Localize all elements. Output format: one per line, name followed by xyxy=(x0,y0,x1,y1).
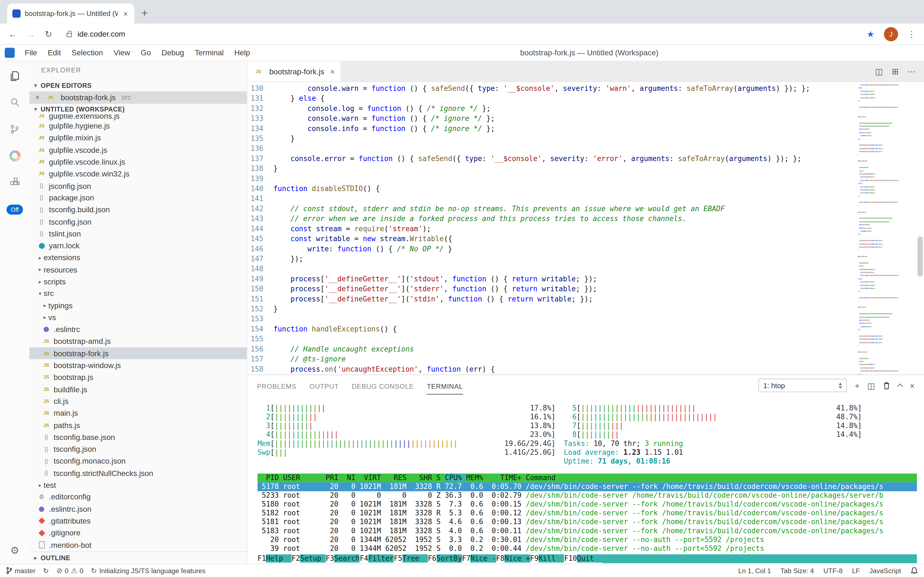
tree-item[interactable]: {}tsconfig.json xyxy=(29,216,247,228)
outline-header[interactable]: ▸ OUTLINE xyxy=(29,551,247,564)
menu-item-view[interactable]: View xyxy=(108,48,135,57)
code-line[interactable]: 146 write: function () { /* No OP */ } xyxy=(247,244,924,254)
tree-item[interactable]: JSbuildfile.js xyxy=(29,383,247,395)
cursor-position[interactable]: Ln 1, Col 1 xyxy=(738,567,771,574)
open-editors-header[interactable]: ▾ OPEN EDITORS xyxy=(29,79,247,91)
code-line[interactable]: 149 process['__defineGetter__']('stdout'… xyxy=(247,274,924,284)
tree-item[interactable]: JSgulpfile.extensions.js xyxy=(29,114,247,120)
code-line[interactable]: 143 // error when we are inside a forked… xyxy=(247,214,924,224)
off-toggle[interactable]: Off xyxy=(6,205,22,214)
search-icon[interactable] xyxy=(8,96,21,109)
process-row[interactable]: 39 root 20 0 1344M 62052 1952 S 0.0 0.2 … xyxy=(257,544,917,553)
tree-item[interactable]: ⚙.editorconfig xyxy=(29,491,247,503)
code-line[interactable]: 158 process.on('uncaughtException', func… xyxy=(247,364,924,374)
more-actions-icon[interactable]: ⋯ xyxy=(908,67,916,76)
fkey-f10[interactable]: F10Quit xyxy=(564,554,603,563)
tree-item[interactable]: ▸vs xyxy=(29,312,247,324)
code-editor[interactable]: 130 console.warn = function () { safeSen… xyxy=(247,82,924,375)
tree-item[interactable]: .eslintrc.json xyxy=(29,503,247,515)
kill-terminal-icon[interactable] xyxy=(883,381,890,390)
tree-item[interactable]: ▸test xyxy=(29,479,247,491)
explorer-icon[interactable] xyxy=(8,70,21,82)
tree-item[interactable]: {}package.json xyxy=(29,192,247,204)
code-line[interactable]: 152} xyxy=(247,304,924,314)
tree-item[interactable]: {}tslint.json xyxy=(29,228,247,240)
fkey-f8[interactable]: F8Nice + xyxy=(496,554,530,563)
close-panel-icon[interactable]: × xyxy=(910,381,914,390)
tree-item[interactable]: {}tsconfig.base.json xyxy=(29,431,247,443)
panel-tab-debug-console[interactable]: DEBUG CONSOLE xyxy=(352,377,414,394)
code-line[interactable]: 156 // Handle uncaught exceptions xyxy=(247,344,924,354)
fkey-f9[interactable]: F9Kill xyxy=(530,554,564,563)
menu-item-go[interactable]: Go xyxy=(135,48,156,57)
extensions-icon[interactable] xyxy=(8,176,21,189)
tree-item[interactable]: ▸resources xyxy=(29,264,247,276)
menu-item-edit[interactable]: Edit xyxy=(42,48,66,57)
code-line[interactable]: 142 // const stdout, stderr and stdin be… xyxy=(247,204,924,214)
grid-layout-icon[interactable]: ⊞ xyxy=(892,67,899,76)
code-line[interactable]: 147 }); xyxy=(247,254,924,264)
bookmark-star-icon[interactable]: ★ xyxy=(866,29,874,39)
tree-item[interactable]: JScli.js xyxy=(29,395,247,407)
browser-tab[interactable]: bootstrap-fork.js — Untitled (W × xyxy=(7,3,135,24)
notifications-bell-icon[interactable] xyxy=(911,567,918,575)
browser-menu-icon[interactable]: ⋮ xyxy=(908,29,916,39)
tree-item[interactable]: {}tsconfig.build.json xyxy=(29,204,247,216)
code-line[interactable]: 135 } xyxy=(247,134,924,144)
panel-tab-terminal[interactable]: TERMINAL xyxy=(427,377,463,394)
code-line[interactable]: 130 console.warn = function () { safeSen… xyxy=(247,84,924,93)
code-line[interactable]: 138} xyxy=(247,164,924,174)
code-line[interactable]: 140function disableSTDIO() { xyxy=(247,184,924,194)
new-tab-button[interactable]: + xyxy=(141,7,148,19)
tree-item[interactable]: {}jsconfig.json xyxy=(29,180,247,192)
forward-icon[interactable]: → xyxy=(26,29,35,39)
tree-item[interactable]: JSpaths.js xyxy=(29,419,247,431)
code-line[interactable]: 137 console.error = function () { safeSe… xyxy=(247,154,924,164)
tree-item[interactable]: {}tsconfig.json xyxy=(29,443,247,455)
menu-item-selection[interactable]: Selection xyxy=(66,48,108,57)
code-line[interactable]: 148 xyxy=(247,264,924,274)
tree-item[interactable]: JSbootstrap-amd.js xyxy=(29,335,247,347)
branch-indicator[interactable]: master xyxy=(6,567,35,575)
code-line[interactable]: 141 xyxy=(247,194,924,204)
terminal[interactable]: 1[||||||||||||17.8%] 2[||||||||||16.1%] … xyxy=(247,396,924,564)
split-editor-icon[interactable]: ◫ xyxy=(875,67,883,76)
code-line[interactable]: 157 // @ts-ignore xyxy=(247,354,924,364)
process-row[interactable]: 5180 root 20 0 1021M 181M 3328 S 7.3 0.6… xyxy=(257,500,917,509)
encoding[interactable]: UTF-8 xyxy=(823,567,842,574)
eol[interactable]: LF xyxy=(852,567,860,574)
reload-icon[interactable]: ↻ xyxy=(45,29,52,39)
code-line[interactable]: 131 } else { xyxy=(247,94,924,104)
code-line[interactable]: 155 xyxy=(247,334,924,344)
fkey-f1[interactable]: F1Help xyxy=(257,554,292,563)
scrollbar-thumb[interactable] xyxy=(918,237,922,277)
process-row[interactable]: 5183 root 20 0 1021M 181M 3328 S 4.0 0.6… xyxy=(257,527,917,535)
fkey-f7[interactable]: F7Nice - xyxy=(462,554,496,563)
tab-close-icon[interactable]: × xyxy=(122,9,129,18)
fkey-f4[interactable]: F4Filter xyxy=(360,554,394,563)
tree-item[interactable]: JSbootstrap.js xyxy=(29,371,247,383)
fkey-f3[interactable]: F3Search xyxy=(326,554,360,563)
tree-item[interactable]: ▸typings xyxy=(29,300,247,311)
menu-item-terminal[interactable]: Terminal xyxy=(190,48,229,57)
maximize-panel-icon[interactable] xyxy=(898,382,902,388)
menu-item-help[interactable]: Help xyxy=(229,48,255,57)
open-editor-item[interactable]: × JS bootstrap-fork.js src xyxy=(29,91,247,103)
tree-item[interactable]: .gitattributes xyxy=(29,515,247,527)
code-line[interactable]: 153 xyxy=(247,314,924,324)
tree-item[interactable]: ▸scripts xyxy=(29,276,247,287)
tree-item[interactable]: JSgulpfile.vscode.js xyxy=(29,144,247,156)
url-text[interactable]: ide.coder.com xyxy=(77,29,125,38)
address-bar[interactable]: ide.coder.com xyxy=(62,29,857,38)
tree-item[interactable]: {}tsconfig.strictNullChecks.json xyxy=(29,467,247,479)
tree-item[interactable]: JSgulpfile.vscode.linux.js xyxy=(29,156,247,168)
tree-item[interactable]: .mention-bot xyxy=(29,539,247,551)
fkey-f6[interactable]: F6SortBy xyxy=(428,554,462,563)
tree-item[interactable]: JSgulpfile.hygiene.js xyxy=(29,120,247,132)
code-line[interactable]: 132 console.log = function () { /* ignor… xyxy=(247,104,924,114)
fkey-f2[interactable]: F2Setup xyxy=(292,554,326,563)
avatar[interactable]: J xyxy=(884,27,898,41)
source-control-icon[interactable] xyxy=(8,123,21,136)
tree-item[interactable]: ▾src xyxy=(29,288,247,300)
problems-indicator[interactable]: ⊘ 0 ⚠ 0 xyxy=(56,567,84,575)
